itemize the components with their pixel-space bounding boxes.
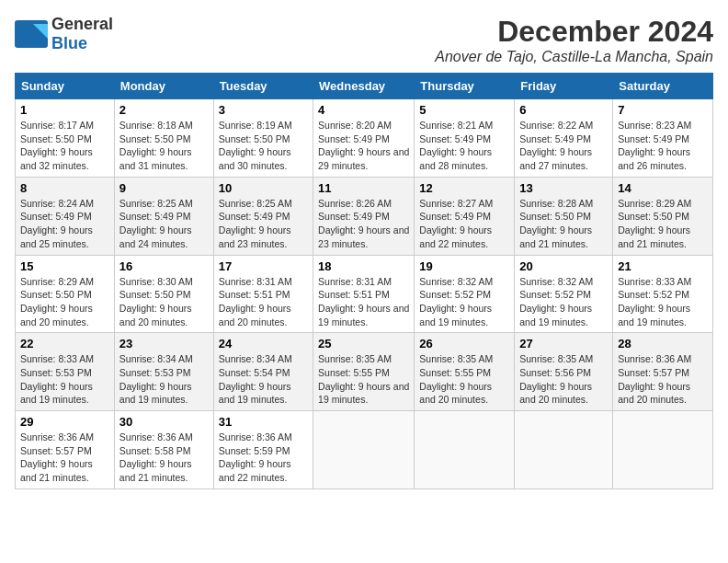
month-title: December 2024 bbox=[435, 15, 713, 49]
day-info: Sunrise: 8:36 AMSunset: 5:57 PMDaylight:… bbox=[618, 352, 708, 407]
day-info: Sunrise: 8:33 AMSunset: 5:52 PMDaylight:… bbox=[618, 275, 708, 329]
day-number: 2 bbox=[119, 103, 209, 117]
calendar-day-cell: 22Sunrise: 8:33 AMSunset: 5:53 PMDayligh… bbox=[16, 333, 115, 411]
calendar-day-cell: 3Sunrise: 8:19 AMSunset: 5:50 PMDaylight… bbox=[213, 99, 313, 178]
day-info: Sunrise: 8:24 AMSunset: 5:49 PMDaylight:… bbox=[20, 197, 109, 251]
calendar-day-cell: 9Sunrise: 8:25 AMSunset: 5:49 PMDaylight… bbox=[114, 177, 213, 255]
day-number: 29 bbox=[20, 415, 109, 429]
day-info: Sunrise: 8:19 AMSunset: 5:50 PMDaylight:… bbox=[219, 119, 308, 173]
calendar-week-row: 29Sunrise: 8:36 AMSunset: 5:57 PMDayligh… bbox=[16, 411, 713, 489]
calendar-day-cell bbox=[415, 411, 515, 489]
day-number: 23 bbox=[119, 337, 209, 350]
weekday-header-cell: Tuesday bbox=[213, 74, 313, 99]
day-info: Sunrise: 8:17 AMSunset: 5:50 PMDaylight:… bbox=[20, 119, 109, 173]
calendar-week-row: 22Sunrise: 8:33 AMSunset: 5:53 PMDayligh… bbox=[16, 333, 713, 411]
calendar-day-cell: 14Sunrise: 8:29 AMSunset: 5:50 PMDayligh… bbox=[613, 177, 713, 255]
day-info: Sunrise: 8:22 AMSunset: 5:49 PMDaylight:… bbox=[519, 119, 608, 173]
day-info: Sunrise: 8:35 AMSunset: 5:55 PMDaylight:… bbox=[419, 352, 509, 407]
day-number: 15 bbox=[20, 259, 109, 273]
day-info: Sunrise: 8:18 AMSunset: 5:50 PMDaylight:… bbox=[119, 119, 209, 173]
calendar-day-cell: 21Sunrise: 8:33 AMSunset: 5:52 PMDayligh… bbox=[613, 255, 713, 333]
day-info: Sunrise: 8:31 AMSunset: 5:51 PMDaylight:… bbox=[318, 275, 409, 329]
day-info: Sunrise: 8:33 AMSunset: 5:53 PMDaylight:… bbox=[20, 352, 109, 407]
day-info: Sunrise: 8:21 AMSunset: 5:49 PMDaylight:… bbox=[419, 119, 509, 173]
day-number: 14 bbox=[618, 181, 708, 195]
day-number: 9 bbox=[119, 181, 209, 195]
calendar-day-cell: 31Sunrise: 8:36 AMSunset: 5:59 PMDayligh… bbox=[213, 411, 313, 489]
day-number: 11 bbox=[318, 181, 409, 195]
day-number: 16 bbox=[119, 259, 209, 273]
calendar-day-cell: 26Sunrise: 8:35 AMSunset: 5:55 PMDayligh… bbox=[415, 333, 515, 411]
calendar-week-row: 1Sunrise: 8:17 AMSunset: 5:50 PMDaylight… bbox=[16, 99, 713, 178]
calendar-day-cell: 7Sunrise: 8:23 AMSunset: 5:49 PMDaylight… bbox=[613, 99, 713, 178]
calendar-day-cell: 30Sunrise: 8:36 AMSunset: 5:58 PMDayligh… bbox=[114, 411, 213, 489]
day-info: Sunrise: 8:29 AMSunset: 5:50 PMDaylight:… bbox=[618, 197, 708, 251]
weekday-header-cell: Wednesday bbox=[313, 74, 415, 99]
calendar-day-cell: 25Sunrise: 8:35 AMSunset: 5:55 PMDayligh… bbox=[313, 333, 415, 411]
day-info: Sunrise: 8:26 AMSunset: 5:49 PMDaylight:… bbox=[318, 197, 409, 251]
day-info: Sunrise: 8:28 AMSunset: 5:50 PMDaylight:… bbox=[519, 197, 608, 251]
day-info: Sunrise: 8:25 AMSunset: 5:49 PMDaylight:… bbox=[219, 197, 308, 251]
day-number: 18 bbox=[318, 259, 409, 273]
calendar-day-cell: 1Sunrise: 8:17 AMSunset: 5:50 PMDaylight… bbox=[16, 99, 115, 178]
day-number: 1 bbox=[20, 103, 109, 117]
day-number: 21 bbox=[618, 259, 708, 273]
day-info: Sunrise: 8:30 AMSunset: 5:50 PMDaylight:… bbox=[119, 275, 209, 329]
day-number: 20 bbox=[519, 259, 608, 273]
calendar-day-cell: 18Sunrise: 8:31 AMSunset: 5:51 PMDayligh… bbox=[313, 255, 415, 333]
day-info: Sunrise: 8:34 AMSunset: 5:53 PMDaylight:… bbox=[119, 352, 209, 407]
calendar-day-cell: 12Sunrise: 8:27 AMSunset: 5:49 PMDayligh… bbox=[415, 177, 515, 255]
location-title: Anover de Tajo, Castille-La Mancha, Spai… bbox=[435, 49, 713, 65]
day-number: 19 bbox=[419, 259, 509, 273]
day-info: Sunrise: 8:23 AMSunset: 5:49 PMDaylight:… bbox=[618, 119, 708, 173]
logo-icon bbox=[15, 20, 48, 48]
calendar-day-cell: 29Sunrise: 8:36 AMSunset: 5:57 PMDayligh… bbox=[16, 411, 115, 489]
day-number: 5 bbox=[419, 103, 509, 117]
logo: General Blue bbox=[15, 15, 113, 53]
calendar-week-row: 8Sunrise: 8:24 AMSunset: 5:49 PMDaylight… bbox=[16, 177, 713, 255]
day-number: 25 bbox=[318, 337, 409, 350]
calendar-day-cell: 4Sunrise: 8:20 AMSunset: 5:49 PMDaylight… bbox=[313, 99, 415, 178]
calendar-day-cell: 6Sunrise: 8:22 AMSunset: 5:49 PMDaylight… bbox=[515, 99, 613, 178]
day-info: Sunrise: 8:29 AMSunset: 5:50 PMDaylight:… bbox=[20, 275, 109, 329]
logo-blue-text: Blue bbox=[51, 34, 87, 52]
calendar-day-cell bbox=[515, 411, 613, 489]
calendar-day-cell: 8Sunrise: 8:24 AMSunset: 5:49 PMDaylight… bbox=[16, 177, 115, 255]
day-info: Sunrise: 8:35 AMSunset: 5:56 PMDaylight:… bbox=[519, 352, 608, 407]
calendar-day-cell: 20Sunrise: 8:32 AMSunset: 5:52 PMDayligh… bbox=[515, 255, 613, 333]
weekday-header-cell: Monday bbox=[114, 74, 213, 99]
day-number: 26 bbox=[419, 337, 509, 350]
day-number: 30 bbox=[119, 415, 209, 429]
calendar-day-cell: 23Sunrise: 8:34 AMSunset: 5:53 PMDayligh… bbox=[114, 333, 213, 411]
calendar-day-cell: 19Sunrise: 8:32 AMSunset: 5:52 PMDayligh… bbox=[415, 255, 515, 333]
weekday-header-row: SundayMondayTuesdayWednesdayThursdayFrid… bbox=[16, 74, 713, 99]
day-number: 12 bbox=[419, 181, 509, 195]
weekday-header-cell: Sunday bbox=[16, 74, 115, 99]
day-info: Sunrise: 8:36 AMSunset: 5:57 PMDaylight:… bbox=[20, 431, 109, 485]
day-number: 17 bbox=[219, 259, 308, 273]
page-header: General Blue December 2024 Anover de Taj… bbox=[15, 15, 713, 65]
calendar-day-cell bbox=[613, 411, 713, 489]
logo-general-text: General bbox=[51, 15, 113, 33]
calendar-day-cell: 28Sunrise: 8:36 AMSunset: 5:57 PMDayligh… bbox=[613, 333, 713, 411]
day-number: 31 bbox=[219, 415, 308, 429]
calendar-day-cell: 5Sunrise: 8:21 AMSunset: 5:49 PMDaylight… bbox=[415, 99, 515, 178]
calendar-day-cell: 17Sunrise: 8:31 AMSunset: 5:51 PMDayligh… bbox=[213, 255, 313, 333]
day-number: 6 bbox=[519, 103, 608, 117]
calendar-body: 1Sunrise: 8:17 AMSunset: 5:50 PMDaylight… bbox=[16, 99, 713, 489]
calendar-day-cell: 16Sunrise: 8:30 AMSunset: 5:50 PMDayligh… bbox=[114, 255, 213, 333]
day-info: Sunrise: 8:34 AMSunset: 5:54 PMDaylight:… bbox=[219, 352, 308, 407]
day-number: 13 bbox=[519, 181, 608, 195]
day-number: 22 bbox=[20, 337, 109, 350]
calendar-day-cell: 13Sunrise: 8:28 AMSunset: 5:50 PMDayligh… bbox=[515, 177, 613, 255]
day-number: 4 bbox=[318, 103, 409, 117]
day-info: Sunrise: 8:35 AMSunset: 5:55 PMDaylight:… bbox=[318, 352, 409, 407]
day-number: 10 bbox=[219, 181, 308, 195]
day-info: Sunrise: 8:31 AMSunset: 5:51 PMDaylight:… bbox=[219, 275, 308, 329]
calendar-day-cell: 10Sunrise: 8:25 AMSunset: 5:49 PMDayligh… bbox=[213, 177, 313, 255]
calendar-day-cell: 15Sunrise: 8:29 AMSunset: 5:50 PMDayligh… bbox=[16, 255, 115, 333]
day-number: 27 bbox=[519, 337, 608, 350]
calendar-day-cell: 11Sunrise: 8:26 AMSunset: 5:49 PMDayligh… bbox=[313, 177, 415, 255]
calendar-day-cell: 27Sunrise: 8:35 AMSunset: 5:56 PMDayligh… bbox=[515, 333, 613, 411]
day-number: 3 bbox=[219, 103, 308, 117]
